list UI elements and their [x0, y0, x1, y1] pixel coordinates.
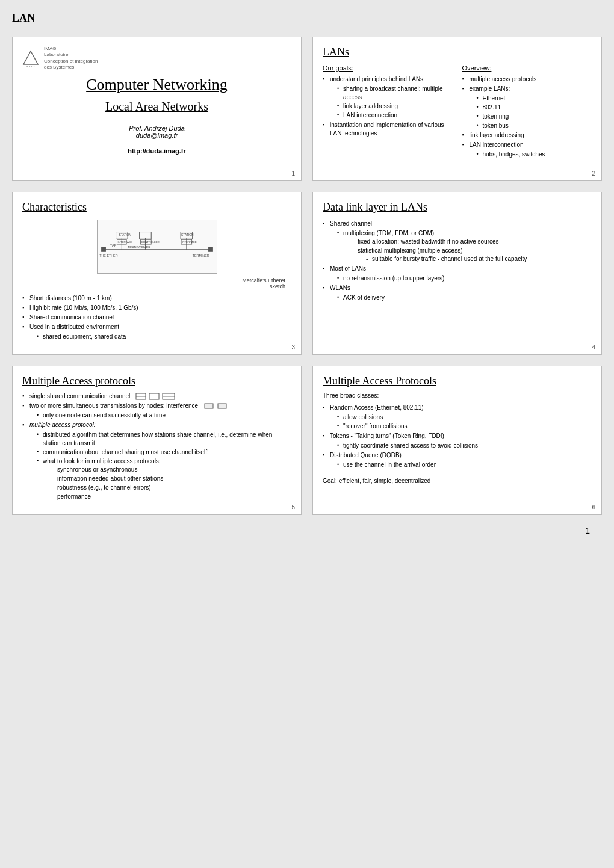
list-item: synchronous or asynchronous: [51, 466, 291, 474]
slide2-columns: Our goals: understand principles behind …: [323, 64, 592, 160]
ethernet-diagram: TAP STATION INTERFACE TRANSCEIVER CONTRO…: [97, 220, 217, 274]
slide2-overview-list: multiple access protocols example LANs: …: [462, 75, 592, 159]
slide2-number: 2: [592, 170, 595, 177]
slide1-logo-text: IMAG Laboratoire Conception et Intégrati…: [44, 46, 98, 71]
list-item: distributed algorithm that determines ho…: [37, 431, 291, 448]
list-item: example LANs: Ethernet 802.11 token ring…: [462, 85, 592, 130]
list-item: token ring: [477, 112, 592, 121]
page-footer: 1: [12, 526, 602, 535]
slide6-tokens-sub: tightly coordinate shared access to avoi…: [330, 442, 592, 450]
list-item: two or more simultaneous transmissions b…: [22, 402, 291, 420]
svg-text:INTERFACE: INTERFACE: [117, 241, 132, 244]
list-item: sharing a broadcast channel: multiple ac…: [337, 85, 453, 102]
list-item: information needed about other stations: [51, 475, 291, 483]
svg-rect-3: [101, 247, 106, 252]
slide6-goal: Goal: efficient, fair, simple, decentral…: [323, 478, 592, 484]
list-item: understand principles behind LANs: shari…: [323, 75, 453, 120]
diagram-caption: Metcalfe's Etheret sketch: [22, 277, 291, 289]
slide5-mac-sub: distributed algorithm that determines ho…: [29, 431, 291, 501]
slide5-bullets: single shared communication channel: [22, 392, 291, 501]
interference-icon-1: [203, 402, 214, 410]
list-item: multiple access protocol: distributed al…: [22, 421, 291, 501]
list-item: suitable for bursty traffic - channel us…: [366, 255, 592, 263]
slide5-title: Multiple Access protocols: [22, 375, 291, 387]
slide6-title: Multiple Access Protocols: [323, 375, 592, 387]
slide5-number: 5: [291, 504, 295, 511]
slide-6: Multiple Access Protocols Three broad cl…: [312, 366, 602, 515]
slides-row-2: Characteristics TAP STATION: [12, 192, 602, 355]
list-item: only one node can send successfully at a…: [37, 411, 291, 420]
list-item: tightly coordinate shared access to avoi…: [337, 442, 592, 450]
list-item: communication about channel sharing must…: [37, 448, 291, 457]
slide2-title: LANs: [323, 46, 592, 58]
list-item: Used in a distributed environment shared…: [22, 323, 291, 341]
list-item: allow collisions: [337, 413, 592, 422]
slide1-logo: IMAG IMAG Laboratoire Conception et Inté…: [22, 46, 291, 71]
list-item: Ethernet: [477, 94, 592, 103]
svg-text:TERMINER: TERMINER: [192, 254, 209, 257]
list-item: Most of LANs no retransmission (up to up…: [323, 265, 592, 283]
svg-marker-0: [23, 51, 38, 64]
list-item: Distributed Queue (DQDB) use the channel…: [323, 451, 592, 469]
slide2-goals-header: Our goals:: [323, 64, 453, 72]
interference-icons: [203, 402, 228, 410]
slide4-bullets: Shared channel multiplexing (TDM, FDM, o…: [323, 220, 592, 302]
list-item: fixed allocation: wasted badwidth if no …: [352, 238, 592, 246]
svg-rect-4: [208, 247, 213, 252]
list-item: ACK of delivery: [337, 294, 592, 302]
list-item: link layer addressing: [337, 102, 453, 111]
slide2-overview-sublist: Ethernet 802.11 token ring token bus: [470, 94, 592, 130]
list-item: Short distances (100 m - 1 km): [22, 294, 291, 303]
slide1-title: Computer Networking: [22, 76, 291, 94]
mac-italic: multiple access protocol:: [29, 422, 96, 428]
slide6-bullets: Random Access (Ethernet, 802.11) allow c…: [323, 404, 592, 469]
slide2-overview-col: Overview: multiple access protocols exam…: [462, 64, 592, 160]
slide2-overview-header: Overview:: [462, 64, 592, 72]
svg-text:IMAG: IMAG: [26, 65, 36, 67]
slide2-goals-sublist: sharing a broadcast channel: multiple ac…: [330, 85, 453, 120]
svg-text:STATION: STATION: [181, 233, 194, 236]
list-item: "recover" from collisions: [337, 422, 592, 431]
slide3-number: 3: [291, 344, 295, 351]
slide2-interconnect-sublist: hubs, bridges, switches: [470, 150, 592, 159]
svg-text:THE ETHER: THE ETHER: [99, 254, 118, 257]
slide-4: Data link layer in LANs Shared channel m…: [312, 192, 602, 355]
list-item: LAN interconnection hubs, bridges, switc…: [462, 141, 592, 159]
list-item: Shared channel multiplexing (TDM, FDM, o…: [323, 220, 592, 263]
channel-icons: [135, 393, 175, 400]
slide2-goals-list: understand principles behind LANs: shari…: [323, 75, 453, 138]
svg-rect-25: [149, 393, 159, 399]
slide1-number: 1: [291, 170, 295, 177]
slide4-number: 4: [592, 344, 595, 351]
list-item: link layer addressing: [462, 131, 592, 140]
slide5-mac-subsub: synchronous or asynchronous information …: [43, 466, 291, 501]
slides-row-3: Multiple Access protocols single shared …: [12, 366, 602, 515]
slide4-title: Data link layer in LANs: [323, 201, 592, 214]
channel-icon-2: [149, 393, 160, 400]
ethernet-sketch-svg: TAP STATION INTERFACE TRANSCEIVER CONTRO…: [98, 220, 217, 273]
slide3-title: Characteristics: [22, 201, 291, 214]
slide-3: Characteristics TAP STATION: [12, 192, 302, 355]
slide3-sub: shared equipment, shared data: [29, 333, 291, 341]
list-item: performance: [51, 493, 291, 501]
slide5-interference-sub: only one node can send successfully at a…: [29, 411, 291, 420]
list-item: hubs, bridges, switches: [477, 150, 592, 159]
channel-icon-1: [135, 393, 146, 400]
interference-icon-2: [217, 402, 228, 410]
slide2-goals-col: Our goals: understand principles behind …: [323, 64, 453, 160]
slide4-most-sub: no retransmission (up to upper layers): [330, 274, 592, 283]
list-item: shared equipment, shared data: [37, 333, 291, 341]
list-item: statistical multiplexing (multiple acces…: [352, 247, 592, 263]
list-item: LAN interconnection: [337, 111, 453, 120]
svg-text:CONTROLLER: CONTROLLER: [141, 241, 159, 244]
list-item: token bus: [477, 122, 592, 130]
list-item: Tokens - "Taking turns" (Token Ring, FDD…: [323, 432, 592, 450]
list-item: 802.11: [477, 103, 592, 112]
list-item: Shared communication channel: [22, 313, 291, 322]
list-item: Random Access (Ethernet, 802.11) allow c…: [323, 404, 592, 431]
list-item: WLANs ACK of delivery: [323, 284, 592, 302]
list-item: High bit rate (10 Mb/s, 100 Mb/s, 1 Gb/s…: [22, 304, 291, 312]
svg-rect-29: [218, 404, 226, 408]
list-item: multiple access protocols: [462, 75, 592, 84]
page-header: LAN: [12, 12, 602, 25]
